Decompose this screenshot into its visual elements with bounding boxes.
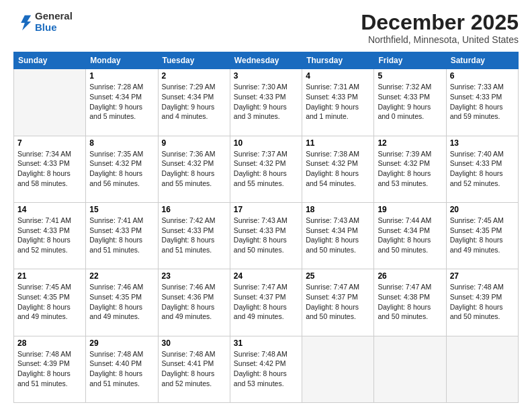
day-number: 10 xyxy=(234,138,298,148)
day-number: 8 xyxy=(89,138,154,148)
day-number: 16 xyxy=(162,205,226,214)
day-number: 3 xyxy=(234,71,298,81)
calendar-cell: 28Sunrise: 7:48 AM Sunset: 4:39 PM Dayli… xyxy=(14,336,86,402)
day-info: Sunrise: 7:46 AM Sunset: 4:36 PM Dayligh… xyxy=(162,282,226,322)
day-number: 21 xyxy=(17,271,82,281)
calendar-cell: 29Sunrise: 7:48 AM Sunset: 4:40 PM Dayli… xyxy=(86,336,158,402)
day-header-monday: Monday xyxy=(86,52,158,69)
calendar-cell: 18Sunrise: 7:43 AM Sunset: 4:34 PM Dayli… xyxy=(302,202,374,269)
day-number: 15 xyxy=(89,205,154,214)
day-info: Sunrise: 7:48 AM Sunset: 4:40 PM Dayligh… xyxy=(89,349,154,389)
day-info: Sunrise: 7:47 AM Sunset: 4:37 PM Dayligh… xyxy=(306,282,370,322)
day-number: 23 xyxy=(162,271,226,281)
day-info: Sunrise: 7:38 AM Sunset: 4:32 PM Dayligh… xyxy=(306,149,370,189)
day-number: 13 xyxy=(450,138,515,148)
day-number: 17 xyxy=(234,205,298,214)
calendar-cell: 20Sunrise: 7:45 AM Sunset: 4:35 PM Dayli… xyxy=(446,202,518,269)
calendar-cell: 19Sunrise: 7:44 AM Sunset: 4:34 PM Dayli… xyxy=(374,202,446,269)
day-number: 9 xyxy=(162,138,226,148)
month-title: December 2025 xyxy=(361,11,519,34)
day-number: 12 xyxy=(378,138,442,148)
week-row-2: 7Sunrise: 7:34 AM Sunset: 4:33 PM Daylig… xyxy=(14,136,519,202)
day-number: 1 xyxy=(89,71,154,81)
day-header-wednesday: Wednesday xyxy=(230,52,302,69)
calendar-cell: 3Sunrise: 7:30 AM Sunset: 4:33 PM Daylig… xyxy=(230,69,302,136)
day-info: Sunrise: 7:36 AM Sunset: 4:32 PM Dayligh… xyxy=(162,149,226,189)
calendar-cell: 26Sunrise: 7:47 AM Sunset: 4:38 PM Dayli… xyxy=(374,269,446,336)
calendar-header-row: SundayMondayTuesdayWednesdayThursdayFrid… xyxy=(14,52,519,69)
day-number: 31 xyxy=(234,338,298,348)
day-number: 7 xyxy=(17,138,82,148)
day-info: Sunrise: 7:31 AM Sunset: 4:33 PM Dayligh… xyxy=(306,82,370,122)
day-number: 11 xyxy=(306,138,370,148)
calendar-cell: 25Sunrise: 7:47 AM Sunset: 4:37 PM Dayli… xyxy=(302,269,374,336)
day-info: Sunrise: 7:37 AM Sunset: 4:32 PM Dayligh… xyxy=(234,149,298,189)
calendar-cell: 2Sunrise: 7:29 AM Sunset: 4:34 PM Daylig… xyxy=(158,69,230,136)
day-info: Sunrise: 7:33 AM Sunset: 4:33 PM Dayligh… xyxy=(450,82,515,122)
day-info: Sunrise: 7:40 AM Sunset: 4:33 PM Dayligh… xyxy=(450,149,515,189)
day-info: Sunrise: 7:29 AM Sunset: 4:34 PM Dayligh… xyxy=(162,82,226,122)
calendar-cell xyxy=(14,69,86,136)
day-number: 19 xyxy=(378,205,442,214)
day-info: Sunrise: 7:44 AM Sunset: 4:34 PM Dayligh… xyxy=(378,216,442,255)
week-row-5: 28Sunrise: 7:48 AM Sunset: 4:39 PM Dayli… xyxy=(14,336,519,402)
day-number: 28 xyxy=(17,338,82,348)
day-number: 25 xyxy=(306,271,370,281)
day-number: 20 xyxy=(450,205,515,214)
calendar-cell: 9Sunrise: 7:36 AM Sunset: 4:32 PM Daylig… xyxy=(158,136,230,202)
day-info: Sunrise: 7:47 AM Sunset: 4:37 PM Dayligh… xyxy=(234,282,298,322)
day-info: Sunrise: 7:48 AM Sunset: 4:39 PM Dayligh… xyxy=(17,349,82,389)
day-info: Sunrise: 7:45 AM Sunset: 4:35 PM Dayligh… xyxy=(450,216,515,255)
week-row-3: 14Sunrise: 7:41 AM Sunset: 4:33 PM Dayli… xyxy=(14,202,519,269)
day-number: 4 xyxy=(306,71,370,81)
day-info: Sunrise: 7:42 AM Sunset: 4:33 PM Dayligh… xyxy=(162,216,226,255)
day-number: 18 xyxy=(306,205,370,214)
day-number: 14 xyxy=(17,205,82,214)
calendar-cell: 15Sunrise: 7:41 AM Sunset: 4:33 PM Dayli… xyxy=(86,202,158,269)
calendar-cell: 24Sunrise: 7:47 AM Sunset: 4:37 PM Dayli… xyxy=(230,269,302,336)
day-info: Sunrise: 7:30 AM Sunset: 4:33 PM Dayligh… xyxy=(234,82,298,122)
day-header-thursday: Thursday xyxy=(302,52,374,69)
calendar-cell: 14Sunrise: 7:41 AM Sunset: 4:33 PM Dayli… xyxy=(14,202,86,269)
logo-line1: General xyxy=(35,11,73,22)
day-info: Sunrise: 7:35 AM Sunset: 4:32 PM Dayligh… xyxy=(89,149,154,189)
calendar-cell: 6Sunrise: 7:33 AM Sunset: 4:33 PM Daylig… xyxy=(446,69,518,136)
calendar-cell: 30Sunrise: 7:48 AM Sunset: 4:41 PM Dayli… xyxy=(158,336,230,402)
day-info: Sunrise: 7:48 AM Sunset: 4:41 PM Dayligh… xyxy=(162,349,226,389)
day-number: 24 xyxy=(234,271,298,281)
day-number: 2 xyxy=(162,71,226,81)
calendar-cell: 17Sunrise: 7:43 AM Sunset: 4:33 PM Dayli… xyxy=(230,202,302,269)
day-info: Sunrise: 7:34 AM Sunset: 4:33 PM Dayligh… xyxy=(17,149,82,189)
calendar-cell: 11Sunrise: 7:38 AM Sunset: 4:32 PM Dayli… xyxy=(302,136,374,202)
calendar-cell: 7Sunrise: 7:34 AM Sunset: 4:33 PM Daylig… xyxy=(14,136,86,202)
calendar-cell xyxy=(374,336,446,402)
calendar-cell: 4Sunrise: 7:31 AM Sunset: 4:33 PM Daylig… xyxy=(302,69,374,136)
day-info: Sunrise: 7:43 AM Sunset: 4:34 PM Dayligh… xyxy=(306,216,370,255)
day-info: Sunrise: 7:45 AM Sunset: 4:35 PM Dayligh… xyxy=(17,282,82,322)
day-number: 29 xyxy=(89,338,154,348)
day-info: Sunrise: 7:41 AM Sunset: 4:33 PM Dayligh… xyxy=(17,216,82,255)
calendar-cell: 5Sunrise: 7:32 AM Sunset: 4:33 PM Daylig… xyxy=(374,69,446,136)
day-info: Sunrise: 7:46 AM Sunset: 4:35 PM Dayligh… xyxy=(89,282,154,322)
calendar-cell: 21Sunrise: 7:45 AM Sunset: 4:35 PM Dayli… xyxy=(14,269,86,336)
calendar-table: SundayMondayTuesdayWednesdayThursdayFrid… xyxy=(13,52,519,403)
day-info: Sunrise: 7:48 AM Sunset: 4:42 PM Dayligh… xyxy=(234,349,298,389)
calendar-cell: 31Sunrise: 7:48 AM Sunset: 4:42 PM Dayli… xyxy=(230,336,302,402)
header: General Blue December 2025 Northfield, M… xyxy=(13,11,519,45)
svg-marker-0 xyxy=(21,15,31,30)
week-row-4: 21Sunrise: 7:45 AM Sunset: 4:35 PM Dayli… xyxy=(14,269,519,336)
day-header-saturday: Saturday xyxy=(446,52,518,69)
logo-text: General Blue xyxy=(35,11,73,33)
calendar-cell: 23Sunrise: 7:46 AM Sunset: 4:36 PM Dayli… xyxy=(158,269,230,336)
week-row-1: 1Sunrise: 7:28 AM Sunset: 4:34 PM Daylig… xyxy=(14,69,519,136)
calendar-cell: 27Sunrise: 7:48 AM Sunset: 4:39 PM Dayli… xyxy=(446,269,518,336)
title-block: December 2025 Northfield, Minnesota, Uni… xyxy=(361,11,519,45)
logo-icon xyxy=(13,13,32,32)
page: General Blue December 2025 Northfield, M… xyxy=(0,0,532,411)
day-info: Sunrise: 7:28 AM Sunset: 4:34 PM Dayligh… xyxy=(89,82,154,122)
logo: General Blue xyxy=(13,11,73,33)
day-header-sunday: Sunday xyxy=(14,52,86,69)
day-number: 26 xyxy=(378,271,442,281)
calendar-cell xyxy=(302,336,374,402)
calendar-cell: 16Sunrise: 7:42 AM Sunset: 4:33 PM Dayli… xyxy=(158,202,230,269)
